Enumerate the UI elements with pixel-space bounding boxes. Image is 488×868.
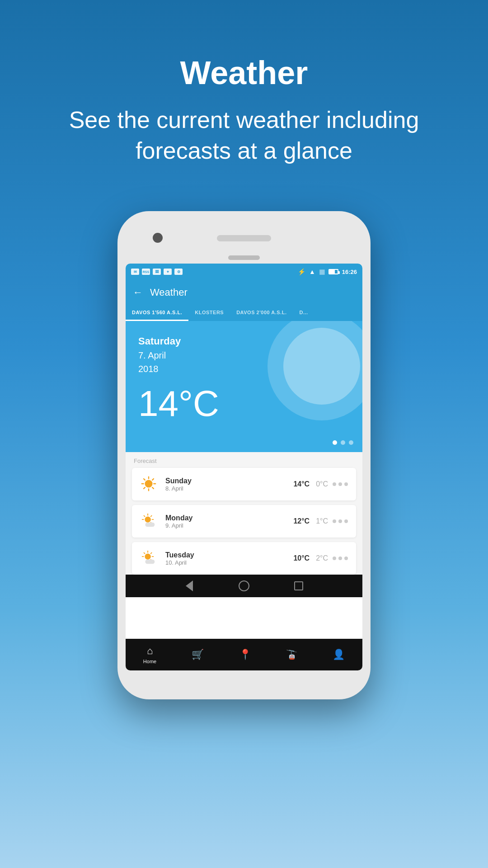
phone-body: ✉ RSS 🖼 ✦ ⚙ ⚡ ▲ ▦ 16:26: [117, 211, 371, 699]
svg-line-23: [144, 553, 145, 554]
location-tabs: DAVOS 1'560 A.S.L. KLOSTERS DAVOS 2'000 …: [126, 305, 362, 321]
tab-klosters[interactable]: KLOSTERS: [188, 305, 230, 321]
recents-nav-button[interactable]: [292, 579, 305, 593]
nav-item-cart[interactable]: 🛒: [192, 649, 204, 660]
back-button[interactable]: ←: [133, 287, 143, 298]
forecast-label: Forecast: [126, 452, 362, 468]
day-info-monday: Monday 9. April: [165, 514, 293, 529]
sun-icon-monday: [140, 512, 158, 530]
tools-icon: ⚙: [174, 269, 183, 275]
temps-sunday: 14°C 0°C: [293, 480, 328, 488]
svg-line-8: [144, 487, 145, 489]
day-name-tuesday: Tuesday: [165, 551, 293, 559]
dot-1: [333, 440, 337, 445]
page-header: Weather See the current weather includin…: [0, 0, 488, 202]
recents-square-icon: [294, 581, 303, 590]
page-indicator: [333, 440, 353, 445]
status-bar: ✉ RSS 🖼 ✦ ⚙ ⚡ ▲ ▦ 16:26: [126, 264, 362, 280]
high-temp-monday: 12°C: [293, 517, 310, 525]
day-name-monday: Monday: [165, 514, 293, 522]
location-icon: 📍: [239, 649, 251, 660]
day-name: Saturday: [138, 334, 350, 349]
rss-icon: RSS: [142, 269, 150, 275]
svg-line-14: [144, 516, 145, 517]
page-title: Weather: [36, 54, 452, 91]
home-circle-icon: [239, 580, 249, 591]
temps-monday: 12°C 1°C: [293, 517, 328, 525]
more-dots-tuesday: [333, 557, 348, 560]
page-subtitle: See the current weather including foreca…: [36, 105, 452, 166]
forecast-row-sunday[interactable]: Sunday 8. April 14°C 0°C: [132, 468, 356, 500]
dot-3: [349, 440, 353, 445]
phone-mockup: ✉ RSS 🖼 ✦ ⚙ ⚡ ▲ ▦ 16:26: [0, 211, 488, 699]
weather-date: Saturday 7. April 2018: [138, 334, 350, 376]
tab-davos-2000[interactable]: DAVOS 2'000 A.S.L.: [230, 305, 293, 321]
time-display: 16:26: [342, 269, 357, 275]
sun-icon-sunday: [140, 475, 158, 493]
battery-icon: [328, 269, 338, 274]
nav-item-cable-car[interactable]: 🚡: [286, 649, 297, 660]
high-temp-sunday: 14°C: [293, 480, 310, 488]
svg-rect-17: [145, 523, 155, 527]
phone-speaker: [217, 235, 271, 241]
tab-more[interactable]: D...: [293, 305, 314, 321]
day-info-sunday: Sunday 8. April: [165, 477, 293, 492]
signal-icon: ▦: [319, 268, 325, 275]
mail-icon: ✉: [131, 269, 139, 275]
svg-rect-26: [145, 560, 155, 564]
day-date-sunday: 8. April: [165, 485, 293, 492]
person-icon: 👤: [333, 649, 345, 660]
temps-tuesday: 10°C 2°C: [293, 554, 328, 562]
status-icons: ✉ RSS 🖼 ✦ ⚙: [131, 269, 183, 275]
app-bar: ← Weather: [126, 280, 362, 305]
settings-icon: ✦: [164, 269, 172, 275]
forecast-row-monday[interactable]: Monday 9. April 12°C 1°C: [132, 505, 356, 538]
wifi-icon: ▲: [309, 268, 315, 275]
svg-line-7: [152, 479, 154, 480]
cart-icon: 🛒: [192, 649, 204, 660]
status-right: ⚡ ▲ ▦ 16:26: [298, 268, 357, 275]
date-line2: 2018: [138, 362, 350, 376]
current-temperature: 14°C: [138, 383, 350, 425]
low-temp-sunday: 0°C: [316, 480, 328, 488]
weather-hero: Saturday 7. April 2018 14°C: [126, 321, 362, 452]
back-nav-button[interactable]: [183, 579, 196, 593]
day-date-tuesday: 10. April: [165, 559, 293, 566]
date-line1: 7. April: [138, 349, 350, 362]
svg-line-16: [151, 516, 152, 517]
forecast-row-tuesday[interactable]: Tuesday 10. April 10°C 2°C: [132, 542, 356, 575]
phone-top: [126, 225, 362, 252]
back-triangle-icon: [186, 580, 193, 591]
phone-home-button-top: [228, 255, 260, 260]
bluetooth-icon: ⚡: [298, 268, 305, 275]
day-date-monday: 9. April: [165, 522, 293, 529]
forecast-section: Forecast: [126, 452, 362, 575]
home-nav-button[interactable]: [237, 579, 251, 593]
dot-2: [341, 440, 345, 445]
nav-item-location[interactable]: 📍: [239, 649, 251, 660]
cable-car-icon: 🚡: [286, 649, 297, 660]
more-dots-monday: [333, 519, 348, 523]
low-temp-monday: 1°C: [316, 517, 328, 525]
day-info-tuesday: Tuesday 10. April: [165, 551, 293, 566]
app-bar-title: Weather: [150, 287, 188, 298]
day-name-sunday: Sunday: [165, 477, 293, 485]
svg-line-6: [152, 487, 154, 489]
svg-point-0: [145, 480, 152, 488]
image-icon: 🖼: [153, 269, 161, 275]
svg-point-18: [145, 554, 150, 560]
phone-screen: ✉ RSS 🖼 ✦ ⚙ ⚡ ▲ ▦ 16:26: [126, 264, 362, 670]
low-temp-tuesday: 2°C: [316, 554, 328, 562]
nav-home-label: Home: [143, 659, 156, 664]
svg-point-9: [145, 517, 150, 523]
sun-icon-tuesday: [140, 549, 158, 567]
tab-davos-1560[interactable]: DAVOS 1'560 A.S.L.: [126, 305, 188, 321]
high-temp-tuesday: 10°C: [293, 554, 310, 562]
more-dots-sunday: [333, 482, 348, 486]
nav-item-person[interactable]: 👤: [333, 649, 345, 660]
system-nav: [126, 575, 362, 597]
bottom-nav: ⌂ Home 🛒 📍 🚡 👤: [126, 639, 362, 670]
nav-item-home[interactable]: ⌂ Home: [143, 645, 156, 664]
svg-line-25: [151, 553, 152, 554]
svg-line-5: [144, 479, 145, 480]
